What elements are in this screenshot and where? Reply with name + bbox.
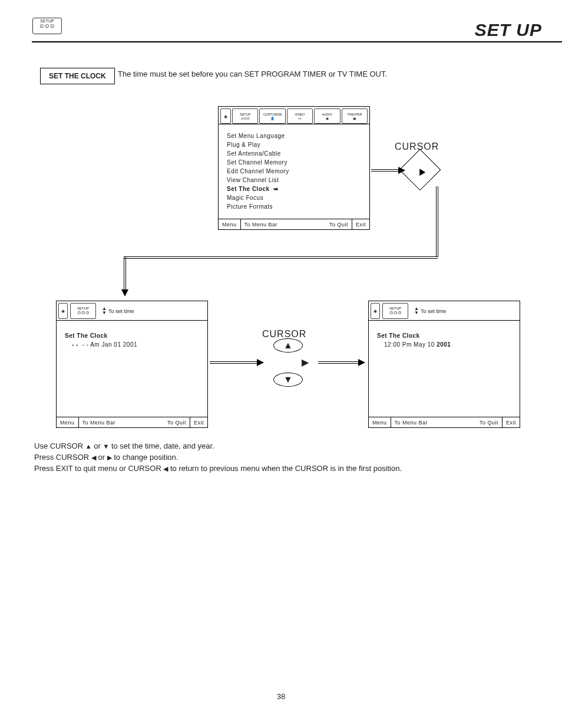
osd-footer: Menu To Menu Bar To Quit Exit	[369, 417, 520, 427]
section-heading-box: SET THE CLOCK	[40, 68, 115, 84]
page-title: SET UP	[32, 20, 562, 42]
tab-lead-icon: ◉	[220, 108, 231, 124]
tab-item[interactable]: CUSTOMIZE👤	[259, 108, 285, 124]
up-triangle-icon: ▲	[85, 443, 92, 450]
foot-to-menu-bar: To Menu Bar	[391, 417, 432, 427]
osd-body: Set The Clock - - - - Am Jan 01 2001	[57, 320, 207, 350]
foot-to-quit: To Quit	[164, 420, 190, 426]
instruction-line: Press CURSOR ◀ or ▶ to change position.	[34, 452, 402, 463]
foot-menu[interactable]: Menu	[219, 222, 240, 228]
foot-to-quit: To Quit	[326, 222, 352, 228]
menu-item[interactable]: View Channel List	[227, 176, 361, 185]
instruction-line: Use CURSOR ▲ or ▼ to set the time, date,…	[34, 441, 402, 452]
foot-menu[interactable]: Menu	[57, 420, 78, 426]
selected-arrow-icon: ➡	[273, 185, 279, 193]
tab-setup[interactable]: SETUP⊙⊙⊙	[382, 303, 408, 319]
tab-item[interactable]: VIDEO▭	[287, 108, 313, 124]
down-triangle-icon: ▼	[102, 311, 107, 315]
menu-item[interactable]: Edit Channel Memory	[227, 167, 361, 176]
menu-item[interactable]: Plug & Play	[227, 140, 361, 149]
tab-lead-icon: ◉	[58, 303, 68, 319]
osd-body: Set The Clock 12:00 Pm May 10 2001	[369, 320, 520, 350]
page-number: 38	[0, 692, 562, 701]
foot-exit[interactable]: Exit	[190, 417, 207, 427]
tab-item[interactable]: SETUP⊙⊙⊙	[232, 108, 258, 124]
tab-setup[interactable]: SETUP⊙⊙⊙	[70, 303, 96, 319]
osd-footer: Menu To Menu Bar To Quit Exit	[219, 219, 369, 229]
flow-arrow-icon	[257, 359, 264, 366]
menu-item[interactable]: Magic Focus	[227, 193, 361, 202]
clock-value[interactable]: 12:00 Pm May 10 2001	[377, 341, 511, 348]
osd-tab-row: ◉ SETUP⊙⊙⊙ ▲ ▼ To set time	[57, 301, 207, 319]
section-intro: The time must be set before you can SET …	[118, 70, 387, 78]
menu-item[interactable]: Picture Formats	[227, 202, 361, 211]
instruction-line: Press EXIT to quit menu or CURSOR ◀ to r…	[34, 463, 402, 475]
cursor-up-icon[interactable]: ▲	[273, 338, 303, 353]
tab-hint: ▲ ▼ To set time	[411, 303, 446, 319]
osd-setup-menu: ◉ SETUP⊙⊙⊙ CUSTOMIZE👤 VIDEO▭ AUDIO◉ THEA…	[218, 106, 370, 230]
foot-exit[interactable]: Exit	[352, 219, 369, 229]
cursor-pad-group[interactable]: ▲ ▼ ▶	[265, 342, 311, 383]
cursor-pad-right[interactable]	[399, 149, 441, 191]
clock-title: Set The Clock	[377, 332, 511, 339]
left-triangle-icon: ◀	[91, 454, 96, 461]
cursor-down-icon[interactable]: ▼	[273, 373, 303, 387]
tab-lead-icon: ◉	[371, 303, 380, 319]
flow-arrow-icon	[121, 289, 128, 297]
right-triangle-icon: ▶	[107, 454, 112, 461]
flow-arrow-icon	[358, 359, 365, 366]
menu-item[interactable]: Set Menu Language	[227, 131, 361, 140]
menu-item-selected[interactable]: Set The Clock➡	[227, 185, 361, 193]
menu-item[interactable]: Set Antenna/Cable	[227, 149, 361, 158]
osd-footer: Menu To Menu Bar To Quit Exit	[57, 417, 207, 427]
tab-hint: ▲ ▼ To set time	[98, 303, 134, 319]
cursor-label: CURSOR	[395, 141, 439, 152]
osd-tab-row: ◉ SETUP⊙⊙⊙ CUSTOMIZE👤 VIDEO▭ AUDIO◉ THEA…	[219, 107, 369, 124]
clock-title: Set The Clock	[65, 332, 199, 339]
cursor-right-icon[interactable]: ▶	[298, 355, 312, 369]
foot-to-quit: To Quit	[476, 420, 502, 426]
osd-menu-list: Set Menu Language Plug & Play Set Antenn…	[219, 124, 369, 213]
menu-item[interactable]: Set Channel Memory	[227, 158, 361, 167]
osd-set-clock-initial: ◉ SETUP⊙⊙⊙ ▲ ▼ To set time Set The Clock…	[56, 301, 208, 428]
foot-menu[interactable]: Menu	[369, 420, 391, 426]
osd-tab-row: ◉ SETUP⊙⊙⊙ ▲ ▼ To set time	[369, 301, 520, 319]
down-triangle-icon: ▼	[414, 311, 419, 315]
tab-item[interactable]: THEATER▣	[342, 108, 368, 124]
instructions-block: Use CURSOR ▲ or ▼ to set the time, date,…	[34, 441, 402, 475]
osd-set-clock-filled: ◉ SETUP⊙⊙⊙ ▲ ▼ To set time Set The Clock…	[368, 301, 520, 428]
foot-to-menu-bar: To Menu Bar	[240, 219, 282, 229]
foot-to-menu-bar: To Menu Bar	[78, 417, 120, 427]
down-triangle-icon: ▼	[103, 443, 109, 450]
foot-exit[interactable]: Exit	[502, 417, 520, 427]
clock-value[interactable]: - - - - Am Jan 01 2001	[65, 341, 199, 348]
tab-item[interactable]: AUDIO◉	[314, 108, 340, 124]
